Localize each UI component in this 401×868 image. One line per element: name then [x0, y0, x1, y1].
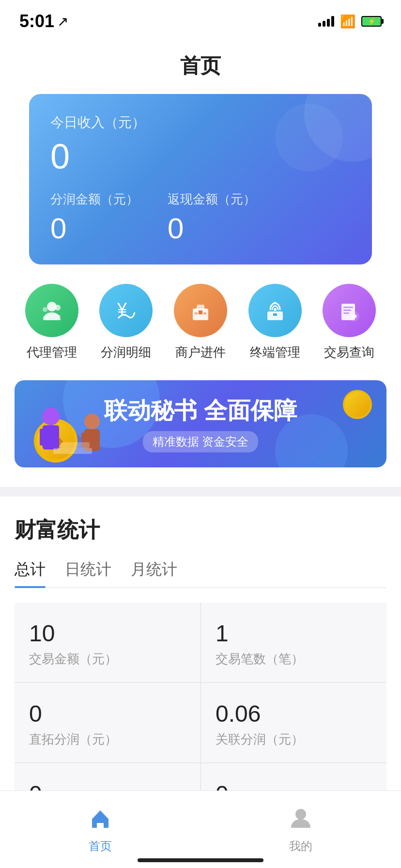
stats-cell-direct-profit: 0 直拓分润（元）	[15, 683, 200, 762]
profit-label: 分润金额（元）	[50, 191, 139, 208]
transaction-amount-value: 10	[29, 620, 185, 647]
agency-label: 代理管理	[27, 344, 77, 361]
profit-amount: 分润金额（元） 0	[50, 191, 139, 245]
stats-section: 财富统计 总计 日统计 月统计 10 交易金额（元） 1 交易笔数（笔） 0 直…	[0, 496, 401, 826]
svg-rect-22	[40, 429, 46, 446]
banner-title: 联动秘书 全面保障	[104, 395, 296, 426]
tab-total[interactable]: 总计	[15, 559, 46, 587]
cashback-label: 返现金额（元）	[168, 191, 256, 208]
status-icons: 📶 ⚡	[318, 14, 382, 29]
svg-point-20	[42, 408, 60, 425]
svg-point-1	[55, 305, 61, 310]
home-nav-label: 首页	[89, 838, 112, 854]
transaction-count-value: 1	[216, 620, 372, 647]
svg-point-10	[274, 308, 277, 311]
transaction-count-label: 交易笔数（笔）	[216, 651, 372, 667]
location-icon: ↗	[57, 14, 68, 30]
svg-rect-13	[343, 307, 353, 308]
svg-rect-6	[199, 310, 202, 314]
transaction-amount-label: 交易金额（元）	[29, 651, 185, 667]
banner-subtitle: 精准数据 资金安全	[143, 431, 259, 452]
svg-rect-27	[93, 433, 99, 447]
banner-section: ◈ 联动秘书 全面保障 精准数据 资金安全	[0, 371, 401, 487]
page-title-bar: 首页	[0, 43, 401, 94]
wifi-icon: 📶	[340, 14, 355, 29]
svg-rect-28	[53, 448, 92, 454]
stats-cell-transaction-count: 1 交易笔数（笔）	[201, 603, 386, 682]
nav-home[interactable]: 首页	[0, 806, 200, 854]
svg-rect-23	[51, 429, 58, 446]
cashback-amount: 返现金额（元） 0	[168, 191, 256, 245]
menu-section: 代理管理 ¥ 分润明细 商户进件	[0, 264, 401, 371]
agency-icon	[25, 284, 78, 337]
profit-icon: ¥	[99, 284, 153, 337]
income-row: 分润金额（元） 0 返现金额（元） 0	[50, 191, 351, 245]
cashback-value: 0	[168, 212, 256, 245]
stats-cell-transaction-amount: 10 交易金额（元）	[15, 603, 200, 682]
transaction-label: 交易查询	[324, 344, 374, 361]
menu-item-transaction[interactable]: 交易查询	[323, 284, 376, 361]
signal-icon	[318, 16, 334, 27]
menu-item-profit[interactable]: ¥ 分润明细	[99, 284, 153, 361]
home-indicator	[138, 858, 263, 862]
svg-rect-11	[273, 313, 277, 316]
bottom-nav: 首页 我的	[0, 790, 401, 868]
terminal-icon	[248, 284, 302, 337]
svg-rect-29	[61, 442, 90, 448]
income-card: 今日收入（元） 0 分润金额（元） 0 返现金额（元） 0	[29, 94, 372, 264]
related-profit-value: 0.06	[216, 700, 372, 727]
svg-rect-15	[343, 312, 349, 314]
profit-label-menu: 分润明细	[101, 344, 151, 361]
coin-small-icon	[343, 390, 372, 419]
menu-item-agency[interactable]: 代理管理	[25, 284, 78, 361]
svg-rect-5	[197, 305, 204, 310]
menu-item-merchant[interactable]: 商户进件	[174, 284, 227, 361]
direct-profit-label: 直拓分润（元）	[29, 731, 185, 748]
svg-point-30	[295, 809, 306, 820]
tab-monthly[interactable]: 月统计	[131, 559, 177, 587]
svg-point-2	[43, 307, 47, 312]
related-profit-label: 关联分润（元）	[216, 731, 372, 748]
transaction-icon	[323, 284, 376, 337]
mine-nav-label: 我的	[289, 838, 312, 854]
menu-item-terminal[interactable]: 终端管理	[248, 284, 302, 361]
profit-value: 0	[50, 212, 139, 245]
banner[interactable]: ◈ 联动秘书 全面保障 精准数据 资金安全	[15, 380, 386, 467]
merchant-label: 商户进件	[175, 344, 226, 361]
svg-point-24	[84, 414, 100, 429]
section-separator	[0, 487, 401, 496]
today-income-value: 0	[50, 137, 351, 176]
svg-rect-14	[343, 310, 351, 311]
main-content: 今日收入（元） 0 分润金额（元） 0 返现金额（元） 0	[0, 94, 401, 264]
people-figures	[24, 390, 121, 467]
home-nav-icon	[88, 806, 112, 835]
stats-cell-related-profit: 0.06 关联分润（元）	[201, 683, 386, 762]
banner-text-center: 联动秘书 全面保障 精准数据 资金安全	[104, 395, 296, 452]
today-income-label: 今日收入（元）	[50, 113, 351, 132]
tab-daily[interactable]: 日统计	[65, 559, 111, 587]
svg-rect-8	[203, 312, 206, 314]
nav-mine[interactable]: 我的	[200, 806, 401, 854]
direct-profit-value: 0	[29, 700, 185, 727]
terminal-label: 终端管理	[250, 344, 300, 361]
merchant-icon	[174, 284, 227, 337]
svg-text:¥: ¥	[117, 299, 127, 319]
stats-tabs: 总计 日统计 月统计	[15, 559, 386, 588]
mine-nav-icon	[289, 806, 313, 835]
status-time: 5:01	[19, 11, 54, 31]
page-title: 首页	[0, 52, 401, 79]
svg-rect-7	[195, 312, 198, 314]
battery-icon: ⚡	[361, 16, 382, 27]
status-bar: 5:01 ↗ 📶 ⚡	[0, 0, 401, 43]
stats-title: 财富统计	[15, 516, 386, 544]
